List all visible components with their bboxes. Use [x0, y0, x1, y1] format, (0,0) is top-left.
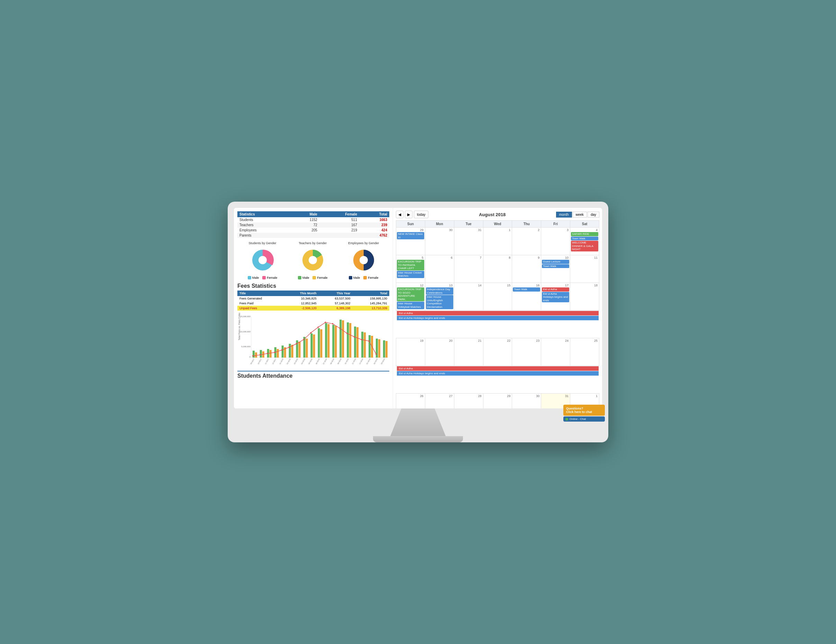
table-row: Students 1152 511 1663 — [237, 217, 389, 222]
calendar-next-button[interactable]: ▶ — [405, 210, 413, 218]
svg-point-57 — [296, 343, 297, 344]
day-header-sat: Sat — [570, 221, 599, 228]
svg-rect-38 — [342, 320, 344, 358]
svg-text:5,000,000: 5,000,000 — [241, 346, 250, 347]
calendar-cell[interactable]: 25 — [570, 338, 599, 366]
chat-questions-box[interactable]: Questions? Click here to chat — [563, 405, 602, 408]
svg-rect-45 — [369, 335, 371, 358]
calendar-cell[interactable]: 19 — [396, 338, 425, 366]
fees-title: Fees Statistics — [237, 283, 389, 289]
eid-ul-adha-event[interactable]: Eid ul Adha — [542, 287, 569, 292]
svg-point-63 — [339, 328, 341, 329]
calendar-panel: ◀ ▶ today August 2018 month week day Sun… — [393, 208, 602, 408]
svg-text:12-2017: 12-2017 — [272, 358, 276, 365]
day-header-thu: Thu — [512, 221, 541, 228]
svg-point-3 — [309, 256, 317, 264]
calendar-view-buttons: month week day — [556, 212, 599, 218]
calendar-cell[interactable]: 29 NEW INTAKE Class XI — [396, 228, 425, 255]
stats-col-male: Male — [290, 211, 319, 217]
town-walk3-event[interactable]: Town Walk — [513, 287, 540, 292]
fees-bar-chart: Total Fees vs. Fees Collection 15,000,00… — [237, 313, 389, 368]
svg-text:09-2018: 09-2018 — [337, 358, 341, 365]
today-button[interactable]: today — [414, 210, 428, 218]
calendar-week-4-dates: 19 20 21 22 23 — [396, 338, 599, 366]
excursion-patriata-event[interactable]: EXCURSION TRIP TO PATRIATA CHAIR LEFT — [397, 260, 424, 271]
calendar-cell[interactable]: 13 Independence Day Celebrations Inter H… — [425, 283, 454, 311]
svg-point-65 — [354, 336, 355, 337]
calendar-cell[interactable]: 31 — [454, 228, 483, 255]
town-walk2-event[interactable]: Town Walk — [542, 264, 569, 268]
day-view-button[interactable]: day — [588, 212, 599, 218]
calendar-cell[interactable]: 5 EXCURSION TRIP TO PATRIATA CHAIR LEFT … — [396, 255, 425, 283]
svg-text:10-2017: 10-2017 — [257, 358, 262, 365]
svg-rect-44 — [364, 333, 366, 358]
calendar-cell[interactable]: 29 — [483, 394, 512, 409]
svg-text:01-2019: 01-2019 — [366, 358, 371, 365]
teachers-gender-chart: Teachers by Gender Male — [298, 241, 328, 279]
calendar-cell[interactable]: 8 — [483, 255, 512, 283]
inter-house-cricket-event[interactable]: Inter House Cricket Matches — [397, 271, 424, 278]
safari-ride-event[interactable]: SAFARI RIDE — [571, 232, 598, 236]
svg-point-1 — [258, 256, 267, 264]
eid-azha-event[interactable]: Eid ul Azha Holidays begins and ends — [542, 292, 569, 303]
week-view-button[interactable]: week — [573, 212, 587, 218]
svg-rect-34 — [327, 324, 330, 358]
svg-point-64 — [346, 333, 348, 334]
calendar-cell[interactable]: 26 — [396, 394, 425, 409]
calendar-cell[interactable]: 2 — [512, 228, 541, 255]
svg-text:15,000,000: 15,000,000 — [240, 315, 251, 318]
svg-point-60 — [317, 326, 319, 328]
calendar-cell[interactable]: 21 — [454, 338, 483, 366]
guest-lecture-event[interactable]: Guest Lecture — [542, 260, 569, 264]
new-intake-event[interactable]: NEW INTAKE Class XI — [397, 232, 424, 239]
svg-point-62 — [332, 323, 333, 324]
inter-house-urdu-event[interactable]: Inter House Urdu/English Competition Dec… — [426, 295, 453, 309]
calendar-cell[interactable]: 24 — [541, 338, 570, 366]
calendar-cell[interactable]: 3 — [541, 228, 570, 255]
calendar-cell[interactable]: 14 — [454, 283, 483, 311]
chat-widget[interactable]: Questions? Click here to chat Online - C… — [563, 405, 602, 408]
calendar-cell[interactable]: 11 — [570, 255, 599, 283]
town-walk-event[interactable]: Town Walk — [571, 236, 598, 241]
welcome-dinner-event[interactable]: WELCOME DINNER & GALA NIGHT — [571, 241, 598, 251]
svg-rect-21 — [282, 346, 284, 358]
calendar-cell[interactable]: 10 Guest Lecture Town Walk — [541, 255, 570, 283]
svg-point-51 — [252, 355, 254, 357]
calendar-cell[interactable]: 9 — [512, 255, 541, 283]
calendar-cell[interactable]: 7 — [454, 255, 483, 283]
svg-point-52 — [260, 354, 261, 355]
students-gender-chart: Students by Gender Male — [248, 241, 278, 279]
stats-header: Statistics — [237, 211, 290, 217]
calendar-cell[interactable]: 17 Eid ul Adha Eid ul Azha Holidays begi… — [541, 283, 570, 311]
calendar-cell[interactable]: 16 Town Walk — [512, 283, 541, 311]
calendar-cell[interactable]: 22 — [483, 338, 512, 366]
calendar-cell[interactable]: 6 — [425, 255, 454, 283]
calendar-cell[interactable]: 30 — [425, 228, 454, 255]
calendar-prev-button[interactable]: ◀ — [396, 210, 403, 218]
calendar-cell[interactable]: 27 — [425, 394, 454, 409]
svg-text:02-2019: 02-2019 — [373, 358, 378, 365]
fees-table: Title This Month This Year Total Fees Ge… — [237, 290, 389, 311]
stats-col-female: Female — [319, 211, 359, 217]
calendar-cell[interactable]: 20 — [425, 338, 454, 366]
calendar-cell[interactable]: 23 — [512, 338, 541, 366]
calendar-cell[interactable]: 4 SAFARI RIDE Town Walk WELCOME DINNER &… — [570, 228, 599, 255]
svg-text:04-2018: 04-2018 — [301, 358, 305, 365]
svg-rect-49 — [383, 340, 385, 358]
calendar-header: ◀ ▶ today August 2018 month week day — [396, 210, 599, 218]
svg-point-58 — [303, 339, 304, 340]
svg-point-66 — [361, 339, 362, 340]
month-view-button[interactable]: month — [556, 212, 572, 218]
independence-day-event[interactable]: Independence Day Celebrations — [426, 287, 453, 295]
calendar-cell[interactable]: 28 — [454, 394, 483, 409]
svg-text:11-2017: 11-2017 — [265, 358, 269, 365]
statistics-table: Statistics Male Female Total Students 11… — [237, 211, 389, 238]
eid-azha-span-event: Eid ul Azha Holidays begins and ends — [397, 316, 599, 320]
calendar-cell[interactable]: 30 — [512, 394, 541, 409]
calendar-cell[interactable]: 15 — [483, 283, 512, 311]
inter-house-volleyball-event[interactable]: Inter House Volleyball Matches — [397, 302, 424, 309]
calendar-cell[interactable]: 1 — [483, 228, 512, 255]
calendar-cell[interactable]: 12 EXCURSION TRIP TO SOZO ADVENTURE PARK… — [396, 283, 425, 311]
calendar-cell[interactable]: 18 — [570, 283, 599, 311]
excursion-sozo-event[interactable]: EXCURSION TRIP TO SOZO ADVENTURE PARK. — [397, 287, 424, 301]
